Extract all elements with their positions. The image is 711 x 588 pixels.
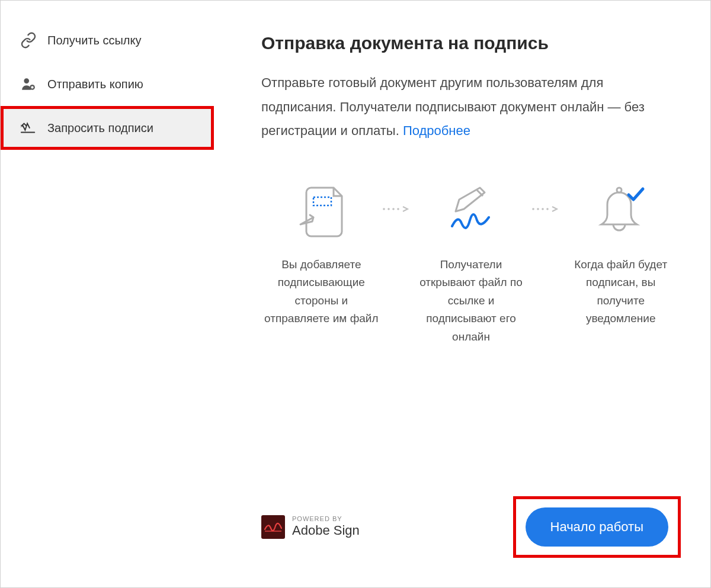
- svg-point-2: [31, 86, 33, 88]
- cta-highlight: Начало работы: [513, 496, 681, 558]
- sign-online-icon: [441, 179, 501, 244]
- svg-point-0: [24, 78, 29, 83]
- send-file-icon: [294, 179, 348, 244]
- step-text: Вы добавляете подписывающие стороны и от…: [262, 256, 380, 328]
- svg-point-12: [537, 208, 540, 210]
- svg-point-9: [397, 208, 399, 210]
- learn-more-link[interactable]: Подробнее: [403, 123, 470, 138]
- step-add-signers: Вы добавляете подписывающие стороны и от…: [261, 179, 382, 328]
- svg-point-6: [383, 208, 385, 210]
- signature-icon: ×: [20, 120, 37, 136]
- svg-text:×: ×: [20, 123, 23, 129]
- bell-check-icon: [594, 179, 648, 244]
- step-text: Когда файл будет подписан, вы получите у…: [562, 256, 680, 328]
- powered-by-adobe-sign: POWERED BY Adobe Sign: [261, 515, 360, 539]
- step-recipients-sign: Получатели открывают файл по ссылке и по…: [411, 179, 531, 346]
- steps-row: Вы добавляете подписывающие стороны и от…: [261, 179, 681, 346]
- arrow-icon: [382, 179, 411, 213]
- main-content: Отправка документа на подпись Отправьте …: [214, 1, 710, 587]
- svg-point-11: [533, 208, 535, 210]
- sidebar: Получить ссылку Отправить копию ×: [1, 1, 214, 587]
- page-title: Отправка документа на подпись: [261, 33, 681, 53]
- sidebar-item-send-copy[interactable]: Отправить копию: [1, 62, 214, 106]
- step-text: Получатели открывают файл по ссылке и по…: [412, 256, 530, 346]
- sidebar-item-request-signatures[interactable]: × Запросить подписи: [1, 106, 214, 150]
- sidebar-item-label: Получить ссылку: [47, 34, 141, 47]
- step-notification: Когда файл будет подписан, вы получите у…: [561, 179, 681, 328]
- user-copy-icon: [20, 76, 37, 92]
- link-icon: [20, 32, 37, 49]
- svg-point-7: [387, 208, 390, 210]
- app-container: Получить ссылку Отправить копию ×: [0, 0, 711, 588]
- sidebar-item-get-link[interactable]: Получить ссылку: [1, 18, 214, 62]
- svg-point-14: [547, 208, 549, 210]
- sidebar-item-label: Запросить подписи: [47, 121, 153, 135]
- svg-point-15: [617, 188, 622, 192]
- get-started-button[interactable]: Начало работы: [526, 507, 668, 547]
- powered-by-label: POWERED BY: [292, 515, 360, 523]
- description: Отправьте готовый документ другим пользо…: [261, 71, 681, 143]
- adobe-sign-brand: Adobe Sign: [292, 523, 360, 538]
- svg-point-8: [392, 208, 395, 210]
- sidebar-item-label: Отправить копию: [47, 78, 143, 91]
- footer: POWERED BY Adobe Sign Начало работы: [261, 478, 681, 564]
- powered-text: POWERED BY Adobe Sign: [292, 515, 360, 539]
- arrow-icon: [531, 179, 561, 213]
- svg-point-13: [542, 208, 545, 210]
- adobe-sign-logo-icon: [261, 515, 285, 539]
